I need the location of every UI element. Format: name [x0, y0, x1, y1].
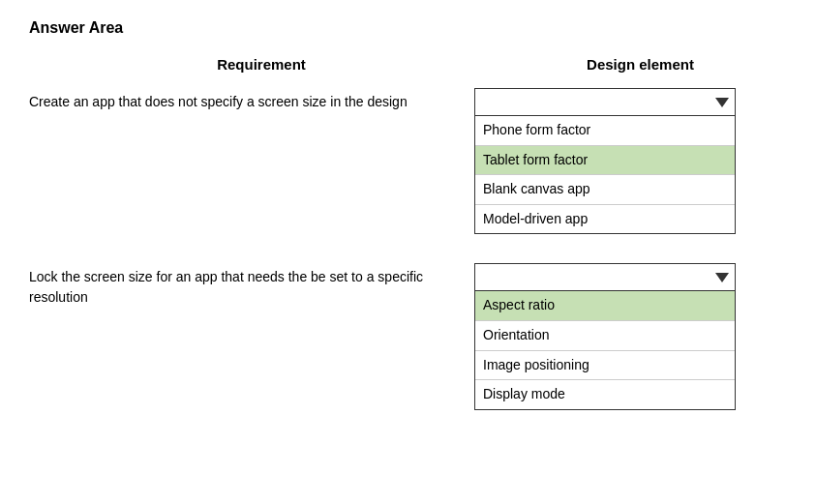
header-requirement: Requirement — [29, 56, 494, 73]
dropdown-item-2-4[interactable]: Display mode — [475, 380, 735, 409]
dropdown-2[interactable]: Aspect ratioOrientationImage positioning… — [474, 263, 736, 409]
dropdown-arrow-icon-2 — [715, 273, 729, 282]
dropdown-item-2-2[interactable]: Orientation — [475, 321, 735, 351]
answer-row-2: Lock the screen size for an app that nee… — [29, 263, 787, 409]
requirement-text-2: Lock the screen size for an app that nee… — [29, 263, 474, 308]
dropdown-item-2-1[interactable]: Aspect ratio — [475, 291, 735, 321]
dropdown-item-1-3[interactable]: Blank canvas app — [475, 175, 735, 205]
dropdown-item-1-4[interactable]: Model-driven app — [475, 205, 735, 234]
answer-row-1: Create an app that does not specify a sc… — [29, 88, 787, 234]
dropdown-1[interactable]: Phone form factorTablet form factorBlank… — [474, 88, 736, 234]
dropdown-item-1-1[interactable]: Phone form factor — [475, 116, 735, 146]
dropdown-header-1[interactable] — [475, 89, 735, 116]
dropdown-header-2[interactable] — [475, 264, 735, 291]
design-element-1: Phone form factorTablet form factorBlank… — [474, 88, 787, 234]
dropdown-item-1-2[interactable]: Tablet form factor — [475, 146, 735, 176]
header-design: Design element — [494, 56, 787, 73]
design-element-2: Aspect ratioOrientationImage positioning… — [474, 263, 787, 409]
dropdown-arrow-icon-1 — [715, 98, 729, 107]
requirement-text-1: Create an app that does not specify a sc… — [29, 88, 474, 112]
page-title: Answer Area — [29, 19, 787, 37]
dropdown-item-2-3[interactable]: Image positioning — [475, 351, 735, 381]
